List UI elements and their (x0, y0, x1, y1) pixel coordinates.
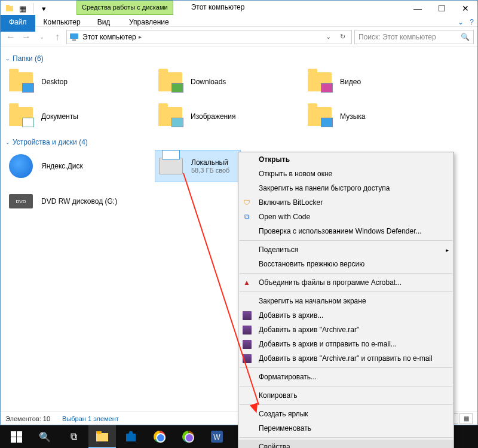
recent-locations-button[interactable]: ⌄ (35, 30, 48, 44)
ctx-format[interactable]: Форматировать... (238, 370, 454, 384)
window-title: Этот компьютер (191, 1, 245, 11)
address-bar[interactable]: Этот компьютер ▸ ⌄ ↻ (66, 30, 352, 44)
ctx-pin-quick-access[interactable]: Закрепить на панели быстрого доступа (238, 181, 454, 195)
ctx-rename[interactable]: Переименовать (238, 421, 454, 435)
search-placeholder: Поиск: Этот компьютер (358, 33, 461, 41)
ctx-separator (240, 240, 452, 241)
ctx-open[interactable]: Открыть (238, 152, 454, 167)
search-input[interactable]: Поиск: Этот компьютер 🔍 (354, 30, 474, 44)
ctx-separator (240, 367, 452, 368)
ctx-open-new-window[interactable]: Открыть в новом окне (238, 167, 454, 181)
ctx-defender-scan[interactable]: Проверка с использованием Windows Defend… (238, 224, 454, 238)
folder-documents[interactable]: Документы (5, 101, 155, 132)
up-button[interactable]: ↑ (51, 30, 64, 44)
music-overlay-icon (321, 118, 333, 127)
ctx-separator (240, 437, 452, 438)
ctx-separator (240, 273, 452, 274)
back-button[interactable]: ← (4, 30, 17, 44)
group-devices-header[interactable]: ⌄Устройства и диски (4) (5, 138, 473, 146)
yandex-disk-icon (9, 154, 33, 178)
properties-qat-button[interactable]: ▦ (17, 3, 28, 14)
ctx-open-with-code[interactable]: ⧉Open with Code (238, 210, 454, 224)
folder-desktop[interactable]: Desktop (5, 66, 155, 97)
task-view-button[interactable]: ⧉ (60, 425, 87, 448)
folder-downloads[interactable]: Downloads (155, 66, 304, 97)
minimize-button[interactable]: — (406, 1, 430, 16)
ribbon-expand-button[interactable]: ⌄ (458, 18, 464, 26)
address-dropdown-button[interactable]: ⌄ (321, 30, 335, 44)
status-selection: Выбран 1 элемент (62, 415, 119, 422)
svg-rect-0 (6, 6, 13, 11)
taskbar-explorer[interactable] (88, 425, 116, 448)
local-disk-name: Локальный (191, 158, 229, 167)
ribbon-right-controls: ⌄ ? (458, 18, 474, 26)
folder-icon (9, 72, 33, 91)
tab-manage[interactable]: Управление (111, 15, 187, 29)
taskbar-chrome[interactable] (146, 425, 173, 448)
ctx-separator (240, 404, 452, 405)
group-folders-header[interactable]: ⌄Папки (6) (5, 54, 473, 63)
maximize-button[interactable]: ☐ (430, 1, 454, 16)
download-overlay-icon (171, 83, 183, 93)
image-overlay-icon (171, 118, 183, 127)
ctx-add-to-archive[interactable]: Добавить в архив... (238, 308, 454, 323)
taskbar-store[interactable] (117, 425, 145, 448)
folder-videos[interactable]: Видео (304, 66, 454, 97)
close-button[interactable]: ✕ (454, 1, 477, 16)
ctx-share[interactable]: Поделиться▸ (238, 243, 454, 257)
forward-button[interactable]: → (20, 30, 33, 44)
shield-icon: 🛡 (241, 197, 253, 208)
ribbon-tabs: Файл Компьютер Вид (1, 15, 118, 32)
ctx-create-shortcut[interactable]: Создать ярлык (238, 407, 454, 421)
ctx-pin-start[interactable]: Закрепить на начальном экране (238, 294, 454, 308)
windows-logo-icon (11, 431, 22, 443)
svg-rect-5 (96, 431, 102, 434)
refresh-button[interactable]: ↻ (336, 30, 349, 44)
windows-logo-icon (164, 151, 170, 157)
ctx-add-to-archive-rar[interactable]: Добавить в архив "Archive.rar" (238, 323, 454, 337)
start-button[interactable] (2, 425, 30, 448)
video-overlay-icon (321, 83, 333, 93)
folder-icon (308, 107, 332, 126)
quick-access-toolbar: ▦ ▾ (1, 1, 53, 16)
folder-icon (158, 107, 182, 126)
qat-dropdown[interactable]: ▾ (38, 3, 49, 14)
local-disk-freespace: 58,3 ГБ своб (191, 167, 229, 174)
explorer-icon[interactable] (4, 3, 15, 14)
ctx-bitlocker[interactable]: 🛡Включить BitLocker (238, 195, 454, 210)
tab-computer[interactable]: Компьютер (35, 15, 89, 32)
contextual-tab-drive-tools[interactable]: Средства работы с дисками (76, 1, 173, 15)
ctx-acrobat-combine[interactable]: ▲Объединить файлы в программе Acrobat... (238, 275, 454, 290)
device-yandex-disk[interactable]: Яндекс.Диск (5, 150, 155, 182)
ctx-archive-rar-and-email[interactable]: Добавить в архив "Archive.rar" и отправи… (238, 351, 454, 366)
ctx-restore-previous[interactable]: Восстановить прежнюю версию (238, 257, 454, 271)
desktop-overlay-icon (22, 83, 34, 93)
chevron-down-icon: ⌄ (5, 56, 10, 62)
view-icons-button[interactable]: ▦ (459, 413, 473, 424)
ctx-archive-and-email[interactable]: Добавить в архив и отправить по e-mail..… (238, 337, 454, 351)
svg-rect-6 (126, 434, 136, 441)
help-button[interactable]: ? (470, 18, 474, 26)
status-item-count: Элементов: 10 (5, 415, 50, 422)
device-local-disk[interactable]: Локальный58,3 ГБ своб (155, 150, 241, 182)
folder-music[interactable]: Музыка (304, 101, 454, 132)
taskbar-search-button[interactable]: 🔍 (31, 425, 59, 448)
search-icon: 🔍 (461, 33, 470, 41)
ctx-copy[interactable]: Копировать (238, 388, 454, 403)
svg-rect-2 (70, 33, 78, 39)
tab-file[interactable]: Файл (1, 15, 35, 32)
adobe-icon: ▲ (241, 277, 253, 289)
svg-text:W: W (213, 433, 220, 441)
folders-row: Desktop Downloads Видео Документы Изобра… (5, 66, 473, 132)
chevron-right-icon: ▸ (139, 33, 142, 40)
ctx-properties[interactable]: Свойства (238, 440, 454, 448)
taskbar-word[interactable]: W (203, 425, 231, 448)
taskbar-chrome-canary[interactable] (174, 425, 202, 448)
vscode-icon: ⧉ (241, 211, 253, 223)
breadcrumb-location[interactable]: Этот компьютер (82, 33, 136, 41)
svg-marker-7 (128, 431, 133, 434)
svg-rect-1 (6, 5, 10, 7)
winrar-icon (241, 309, 253, 321)
folder-pictures[interactable]: Изображения (155, 101, 304, 132)
winrar-icon (241, 338, 253, 350)
